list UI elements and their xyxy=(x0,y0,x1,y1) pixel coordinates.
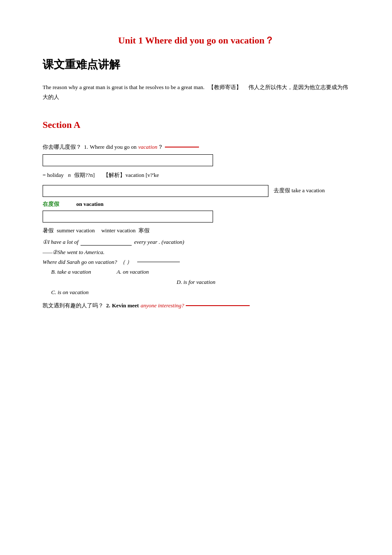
q2-cn: 凯文遇到有趣的人了吗？ xyxy=(43,302,104,309)
holiday-input-row: 去度假 take a vacation xyxy=(43,182,349,199)
question-2-row: 凯文遇到有趣的人了吗？ 2. Kevin meet anyone interes… xyxy=(43,302,349,309)
holiday-n: n xyxy=(68,172,71,179)
q2-bold-pre: Kevin meet xyxy=(112,302,139,309)
q2-italic-red: anyone interesting? xyxy=(141,302,184,309)
exercise-2-options-ba: B. take a vacation A. on vacation xyxy=(51,269,349,275)
exercise-2-option-c: C. is on vacation xyxy=(51,289,349,296)
unit-title: Unit 1 Where did you go on vacation？ xyxy=(43,34,349,47)
summer-cn: 暑假 xyxy=(43,227,54,234)
on-vacation-input-box[interactable] xyxy=(43,211,213,223)
exercise-2-option-d: D. is for vacation xyxy=(43,279,349,286)
holiday-eq: = holiday xyxy=(43,172,64,179)
q2-underline xyxy=(186,305,250,306)
on-vacation-en: on vacation xyxy=(76,201,104,208)
on-vacation-row: 在度假 on vacation xyxy=(43,200,349,208)
summer-en: summer vacation xyxy=(57,227,95,234)
q1-en-pre: Where did you go on xyxy=(90,144,137,150)
blank-1 xyxy=(81,245,132,246)
q1-underline xyxy=(165,147,199,147)
ex2-answer-line xyxy=(137,262,180,262)
winter-en: winter vacation xyxy=(101,227,136,234)
q2-num: 2. xyxy=(106,302,110,309)
q1-num: 1. xyxy=(84,144,88,150)
holiday-jiexi: 【解析】vacation [v?'ke xyxy=(103,171,159,179)
option-a: A. on vacation xyxy=(117,269,149,275)
take-vacation-label: 去度假 take a vacation xyxy=(274,187,325,194)
q1-italic: vacation xyxy=(138,144,158,150)
exercise-2-intro: ——②She went to America. xyxy=(43,249,349,256)
question-1-row: 你去哪儿度假？ 1. Where did you go on vacation … xyxy=(43,143,349,151)
q1-cn: 你去哪儿度假？ xyxy=(43,143,81,151)
holiday-input-box[interactable] xyxy=(43,185,268,197)
q1-en-post: ？ xyxy=(158,143,163,151)
holiday-annotation-row: = holiday n 假期??n] 【解析】vacation [v?'ke xyxy=(43,171,349,179)
teacher-quote: The reason why a great man is great is t… xyxy=(43,82,349,102)
summer-row: 暑假 summer vacation winter vacation 寒假 xyxy=(43,227,349,234)
on-vacation-cn: 在度假 xyxy=(43,200,59,208)
q1-input-box[interactable] xyxy=(43,154,213,166)
holiday-cn: 假期??n] xyxy=(74,171,95,179)
section-a-title: Section A xyxy=(43,119,349,130)
exercise-2-question: Where did Sarah go on vacation? （ ） xyxy=(43,258,349,266)
exercise-1: ①I have a lot of every year . (vacation) xyxy=(43,239,349,246)
option-b: B. take a vacation xyxy=(51,269,91,275)
section-heading-cn: 课文重难点讲解 xyxy=(43,57,349,72)
winter-cn: 寒假 xyxy=(138,227,150,234)
